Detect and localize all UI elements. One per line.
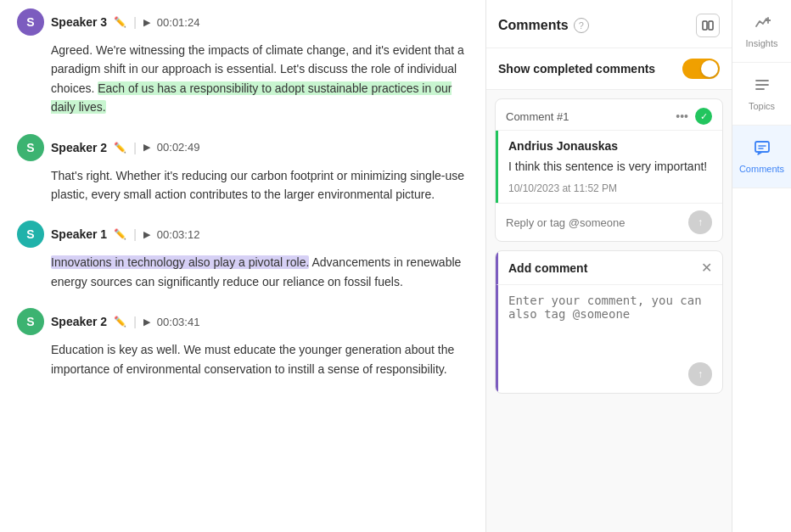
transcript-text: Education is key as well. We must educat…	[51, 340, 468, 378]
topics-icon	[754, 76, 771, 98]
add-comment-footer: ↑	[496, 356, 722, 393]
add-comment-card: Add comment ✕ ↑	[495, 250, 723, 394]
highlighted-text: Innovations in technology also play a pi…	[51, 255, 309, 269]
speaker-name: Speaker 2	[51, 141, 107, 154]
speaker-header: S Speaker 1 ✏️ | ▶ 00:03:12	[17, 221, 468, 248]
insights-icon	[754, 14, 771, 35]
reply-row: ↑	[496, 203, 722, 241]
comment-date: 10/10/2023 at 11:52 PM	[508, 182, 712, 194]
speaker-name: Speaker 3	[51, 15, 107, 29]
avatar: S	[17, 308, 44, 335]
add-comment-body[interactable]	[496, 285, 722, 356]
comments-header: Comments ?	[486, 0, 732, 48]
timestamp: 00:03:41	[157, 316, 200, 328]
play-icon[interactable]: ▶	[143, 142, 150, 153]
close-add-comment-button[interactable]: ✕	[701, 260, 712, 276]
sidebar-item-insights[interactable]: Insights	[732, 0, 791, 63]
comments-label: Comments	[739, 164, 784, 174]
comments-title: Comments	[498, 18, 569, 33]
submit-comment-button[interactable]: ↑	[688, 362, 712, 386]
show-completed-toggle[interactable]	[682, 59, 720, 79]
svg-rect-7	[755, 142, 769, 152]
add-comment-header: Add comment ✕	[496, 251, 722, 285]
comment-card-header: Comment #1 ••• ✓	[496, 99, 722, 131]
play-icon[interactable]: ▶	[143, 316, 150, 328]
right-sidebar: Insights Topics Comments	[732, 0, 791, 532]
divider: |	[133, 227, 137, 241]
comment-card: Comment #1 ••• ✓ Andrius Jonauskas I thi…	[495, 98, 723, 242]
play-icon[interactable]: ▶	[143, 229, 150, 240]
comment-author: Andrius Jonauskas	[508, 139, 712, 153]
timestamp: 00:02:49	[157, 141, 200, 154]
comments-title-row: Comments ?	[498, 18, 589, 33]
play-icon[interactable]: ▶	[143, 17, 150, 28]
divider: |	[133, 15, 137, 29]
sidebar-item-topics[interactable]: Topics	[732, 63, 791, 126]
insights-label: Insights	[746, 38, 778, 48]
timestamp: 00:03:12	[157, 228, 200, 241]
svg-rect-0	[703, 21, 707, 30]
timestamp: 00:01:24	[157, 16, 200, 29]
transcript-text: That's right. Whether it's reducing our …	[51, 166, 468, 204]
avatar: S	[17, 221, 44, 248]
divider: |	[133, 141, 137, 154]
show-completed-label: Show completed comments	[498, 62, 655, 76]
speaker-header: S Speaker 2 ✏️ | ▶ 00:02:49	[17, 134, 468, 161]
help-icon[interactable]: ?	[574, 18, 589, 33]
edit-icon[interactable]: ✏️	[114, 16, 126, 28]
topics-label: Topics	[749, 101, 775, 111]
speaker-name: Speaker 1	[51, 227, 107, 241]
comment-text: I think this sentence is very important!	[508, 158, 712, 176]
transcript-text: Innovations in technology also play a pi…	[51, 253, 468, 291]
more-options-icon[interactable]: •••	[676, 109, 688, 123]
comment-actions: ••• ✓	[676, 108, 712, 125]
edit-icon[interactable]: ✏️	[114, 142, 126, 154]
transcript-entry: S Speaker 1 ✏️ | ▶ 00:03:12 Innovations …	[17, 221, 468, 291]
comment-body: Andrius Jonauskas I think this sentence …	[496, 131, 722, 203]
transcript-entry: S Speaker 3 ✏️ | ▶ 00:01:24 Agreed. We'r…	[17, 8, 468, 117]
transcript-entry: S Speaker 2 ✏️ | ▶ 00:02:49 That's right…	[17, 134, 468, 204]
svg-rect-1	[709, 21, 713, 30]
speaker-header: S Speaker 2 ✏️ | ▶ 00:03:41	[17, 308, 468, 335]
transcript-entry: S Speaker 2 ✏️ | ▶ 00:03:41 Education is…	[17, 308, 468, 378]
transcript-panel: S Speaker 3 ✏️ | ▶ 00:01:24 Agreed. We'r…	[0, 0, 485, 532]
completed-check-icon[interactable]: ✓	[695, 108, 712, 125]
avatar: S	[17, 134, 44, 161]
reply-input[interactable]	[506, 216, 682, 229]
highlighted-text: Each of us has a responsibility to adopt…	[51, 81, 452, 114]
send-reply-button[interactable]: ↑	[688, 210, 712, 234]
add-comment-input[interactable]	[508, 294, 712, 344]
comment-number: Comment #1	[506, 110, 569, 123]
avatar: S	[17, 8, 44, 36]
comments-icon	[754, 139, 771, 160]
add-comment-title: Add comment	[508, 261, 587, 275]
comments-list: Comment #1 ••• ✓ Andrius Jonauskas I thi…	[486, 90, 732, 532]
comments-panel: Comments ? Show completed comments Comme…	[485, 0, 732, 532]
speaker-name: Speaker 2	[51, 315, 107, 328]
edit-icon[interactable]: ✏️	[114, 228, 126, 240]
show-completed-row: Show completed comments	[486, 48, 732, 90]
divider: |	[133, 315, 137, 328]
transcript-text: Agreed. We're witnessing the impacts of …	[51, 41, 468, 117]
speaker-header: S Speaker 3 ✏️ | ▶ 00:01:24	[17, 8, 468, 36]
collapse-panel-button[interactable]	[696, 14, 720, 37]
sidebar-item-comments[interactable]: Comments	[732, 126, 791, 188]
edit-icon[interactable]: ✏️	[114, 316, 126, 328]
